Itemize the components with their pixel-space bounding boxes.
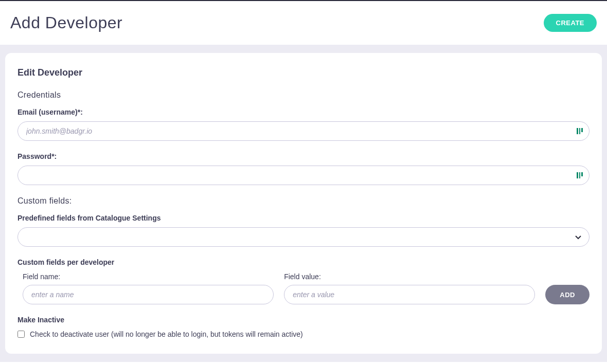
card-title: Edit Developer <box>17 67 590 78</box>
predefined-select-wrap <box>17 227 590 247</box>
create-button[interactable]: CREATE <box>544 14 597 32</box>
password-input-wrap <box>17 166 590 185</box>
deactivate-checkbox-label[interactable]: Check to deactivate user (will no longer… <box>30 330 303 338</box>
email-label: Email (username)*: <box>17 108 590 116</box>
field-value-input[interactable] <box>284 285 535 304</box>
per-developer-label: Custom fields per developer <box>17 258 590 266</box>
deactivate-checkbox[interactable] <box>17 331 25 338</box>
custom-field-row: Field name: Field value: ADD <box>17 272 590 304</box>
edit-developer-card: Edit Developer Credentials Email (userna… <box>5 53 602 354</box>
field-value-label: Field value: <box>284 272 535 281</box>
predefined-fields-label: Predefined fields from Catalogue Setting… <box>17 214 590 222</box>
content-area: Edit Developer Credentials Email (userna… <box>0 45 607 362</box>
predefined-fields-select[interactable] <box>17 227 590 247</box>
page-title: Add Developer <box>10 13 122 32</box>
field-name-label: Field name: <box>23 272 274 281</box>
password-label: Password*: <box>17 152 590 160</box>
field-name-input[interactable] <box>23 285 274 304</box>
password-field[interactable] <box>17 166 590 185</box>
add-button[interactable]: ADD <box>545 285 590 304</box>
deactivate-row: Check to deactivate user (will no longer… <box>17 330 590 338</box>
field-name-col: Field name: <box>23 272 274 304</box>
inactive-section: Make Inactive Check to deactivate user (… <box>17 316 590 338</box>
credentials-section-title: Credentials <box>17 90 590 100</box>
field-value-col: Field value: <box>284 272 535 304</box>
header-bar: Add Developer CREATE <box>0 1 607 45</box>
custom-fields-section-title: Custom fields: <box>17 196 590 206</box>
make-inactive-label: Make Inactive <box>17 316 590 324</box>
email-input-wrap <box>17 121 590 141</box>
email-field[interactable] <box>17 121 590 141</box>
